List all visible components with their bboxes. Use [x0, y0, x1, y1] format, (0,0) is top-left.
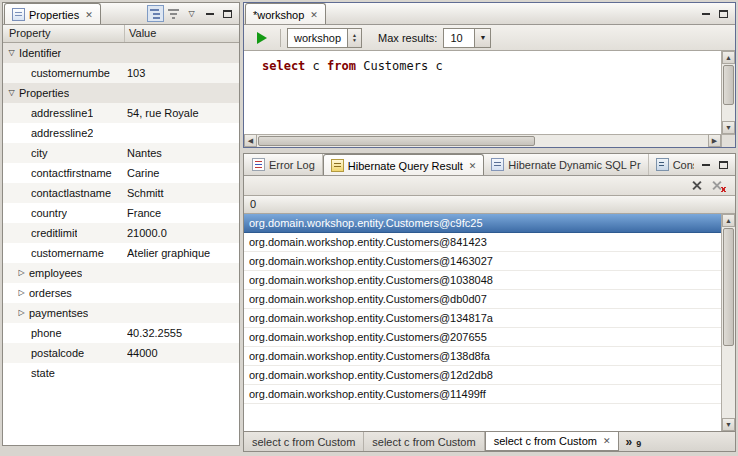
scroll-up-icon[interactable]: ▲ [722, 51, 735, 64]
property-value: Schmitt [127, 183, 237, 203]
scrollbar-thumb[interactable] [723, 228, 734, 346]
property-row[interactable]: addressline154, rue Royale [3, 103, 239, 123]
tab-label: Hibernate Dynamic SQL Pr [508, 159, 640, 171]
result-page-tab[interactable]: select c from Custom [364, 432, 484, 451]
configuration-combo[interactable]: workshop ▲▼ [287, 28, 362, 48]
editor-horizontal-scrollbar[interactable]: ◀ ▶ [244, 134, 721, 147]
property-row[interactable]: ▷employees [3, 263, 239, 283]
result-page-tab[interactable]: select c from Custom✕ [485, 431, 620, 451]
chevron-down-icon: ▼ [474, 29, 490, 47]
maximize-button[interactable] [219, 5, 236, 22]
property-name: Properties [19, 83, 69, 103]
scroll-down-icon[interactable]: ▼ [722, 418, 735, 431]
scrollbar-thumb[interactable] [723, 65, 734, 105]
close-icon[interactable]: ✕ [469, 161, 477, 171]
show-categories-button[interactable] [147, 5, 164, 22]
property-value: Carine [127, 163, 237, 183]
result-row[interactable]: org.domain.workshop.entity.Customers@207… [244, 328, 721, 347]
property-name: employees [29, 263, 82, 283]
scrollbar-thumb[interactable] [258, 136, 535, 146]
result-row[interactable]: org.domain.workshop.entity.Customers@c9f… [244, 214, 721, 233]
property-row[interactable]: creditlimit21000.0 [3, 223, 239, 243]
property-name: addressline2 [31, 123, 93, 143]
scroll-up-icon[interactable]: ▲ [722, 214, 735, 227]
collapse-arrow-icon[interactable]: ▽ [6, 83, 17, 103]
scroll-left-icon[interactable]: ◀ [244, 134, 257, 147]
result-row[interactable]: org.domain.workshop.entity.Customers@12d… [244, 366, 721, 385]
property-name: phone [31, 323, 62, 343]
property-category-row[interactable]: ▽Properties [3, 83, 239, 103]
property-category-row[interactable]: ▽Identifier [3, 43, 239, 63]
result-row[interactable]: org.domain.workshop.entity.Customers@138… [244, 347, 721, 366]
property-value: 44000 [127, 343, 237, 363]
run-icon [257, 32, 267, 44]
property-row[interactable]: cityNantes [3, 143, 239, 163]
results-pages-tabs: select c from Customselect c from Custom… [244, 432, 619, 451]
scrollbar-corner [721, 134, 735, 147]
tab-hibernate-query-result[interactable]: Hibernate Query Result✕ [323, 154, 485, 175]
tab-workshop-editor[interactable]: *workshop ✕ [245, 3, 326, 25]
column-header-property[interactable]: Property [3, 25, 125, 42]
property-row[interactable]: ▷paymentses [3, 303, 239, 323]
close-result-icon[interactable] [691, 180, 702, 191]
property-row[interactable]: contactlastnameSchmitt [3, 183, 239, 203]
result-row[interactable]: org.domain.workshop.entity.Customers@db0… [244, 290, 721, 309]
maximize-icon [719, 161, 728, 169]
result-row[interactable]: org.domain.workshop.entity.Customers@841… [244, 233, 721, 252]
result-row[interactable]: org.domain.workshop.entity.Customers@114… [244, 385, 721, 404]
property-value: 103 [127, 63, 237, 83]
property-row[interactable]: countryFrance [3, 203, 239, 223]
tab-hibernate-dynamic-sql-pr[interactable]: Hibernate Dynamic SQL Pr [484, 154, 648, 175]
property-row[interactable]: customernameAtelier graphique [3, 243, 239, 263]
code-keyword: from [327, 59, 356, 73]
result-row[interactable]: org.domain.workshop.entity.Customers@103… [244, 271, 721, 290]
editor-vertical-scrollbar[interactable]: ▲ ▼ [721, 51, 735, 134]
collapse-arrow-icon[interactable]: ▽ [6, 43, 17, 63]
expand-arrow-icon[interactable]: ▷ [16, 283, 27, 303]
close-all-results-icon[interactable] [712, 180, 725, 191]
column-header-value[interactable]: Value [125, 25, 239, 42]
code-line: select c from Customers c [262, 59, 443, 73]
tab-console[interactable]: Console [649, 154, 694, 175]
code-editor[interactable]: select c from Customers c ▲ ▼ ◀ ▶ [244, 51, 735, 147]
property-row[interactable]: postalcode44000 [3, 343, 239, 363]
expand-arrow-icon[interactable]: ▷ [16, 263, 27, 283]
property-name: state [31, 363, 55, 383]
properties-view: Properties ✕ ▽ Property Value ▽Identifie… [2, 2, 240, 446]
tab-error-log[interactable]: Error Log [245, 154, 323, 175]
property-name: orderses [29, 283, 72, 303]
tab-properties[interactable]: Properties ✕ [4, 3, 101, 25]
property-row[interactable]: contactfirstnameCarine [3, 163, 239, 183]
results-column-header[interactable]: 0 [244, 196, 735, 214]
dynamic-sql-icon [491, 158, 504, 171]
max-results-combo[interactable]: 10 ▼ [443, 28, 491, 48]
tab-overflow-chevron[interactable]: »9 [619, 432, 647, 451]
result-row[interactable]: org.domain.workshop.entity.Customers@134… [244, 309, 721, 328]
property-row[interactable]: state [3, 363, 239, 383]
expand-arrow-icon[interactable]: ▷ [16, 303, 27, 323]
minimize-button[interactable] [697, 5, 714, 22]
property-row[interactable]: ▷orderses [3, 283, 239, 303]
close-icon[interactable]: ✕ [603, 436, 611, 446]
scroll-right-icon[interactable]: ▶ [708, 134, 721, 147]
minimize-button[interactable] [697, 156, 714, 173]
property-row[interactable]: phone40.32.2555 [3, 323, 239, 343]
page-tab-label: select c from Custom [252, 436, 355, 448]
view-menu-button[interactable]: ▽ [183, 5, 200, 22]
property-name: addressline1 [31, 103, 93, 123]
maximize-button[interactable] [715, 156, 732, 173]
maximize-button[interactable] [715, 5, 732, 22]
scroll-down-icon[interactable]: ▼ [722, 121, 735, 134]
property-name: country [31, 203, 67, 223]
result-page-tab[interactable]: select c from Custom [244, 432, 364, 451]
property-row[interactable]: customernumbe103 [3, 63, 239, 83]
close-icon[interactable]: ✕ [85, 10, 93, 20]
run-query-button[interactable] [250, 28, 274, 48]
minimize-button[interactable] [201, 5, 218, 22]
result-row[interactable]: org.domain.workshop.entity.Customers@146… [244, 252, 721, 271]
show-advanced-button[interactable] [165, 5, 182, 22]
close-icon[interactable]: ✕ [310, 10, 318, 20]
spinner-icons[interactable]: ▲▼ [347, 29, 361, 47]
results-vertical-scrollbar[interactable]: ▲ ▼ [721, 214, 735, 431]
property-row[interactable]: addressline2 [3, 123, 239, 143]
